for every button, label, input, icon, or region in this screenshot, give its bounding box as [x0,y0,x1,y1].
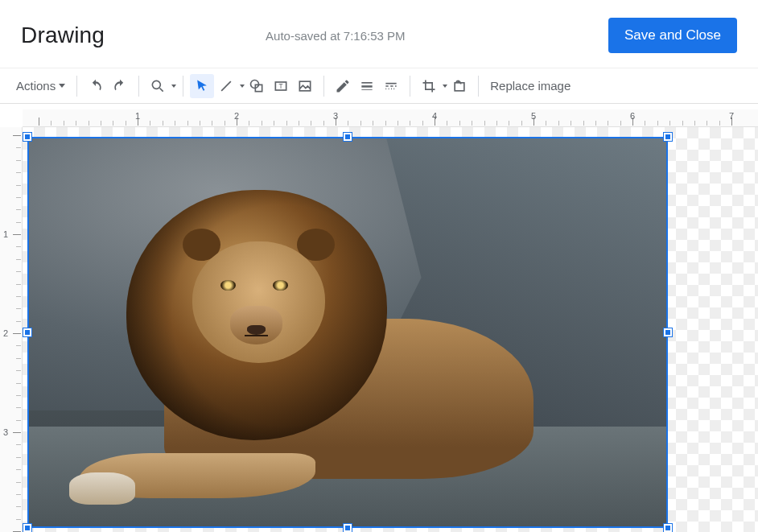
border-weight-button[interactable] [355,74,379,98]
image-icon [297,78,313,94]
line-tool[interactable] [214,74,238,98]
reset-image-button[interactable] [447,74,472,98]
chevron-down-icon[interactable] [171,85,176,88]
svg-text:T: T [279,82,283,90]
ruler-number: 6 [630,111,635,121]
pencil-icon [335,78,351,94]
svg-rect-8 [362,82,373,84]
separator [183,76,183,97]
vertical-ruler[interactable]: 123 [0,127,23,532]
ruler-number: 2 [3,328,8,338]
selected-image[interactable] [27,137,668,528]
undo-icon [88,78,104,94]
cursor-icon [194,78,210,94]
reset-image-icon [451,78,468,94]
zoom-button[interactable] [146,74,170,98]
redo-button[interactable] [108,74,132,98]
shape-tool[interactable] [245,74,269,98]
svg-line-2 [221,81,231,91]
save-and-close-button[interactable]: Save and Close [608,18,737,53]
border-dash-button[interactable] [379,74,403,98]
resize-handle-r[interactable] [664,328,672,336]
line-weight-icon [359,78,375,94]
horizontal-ruler[interactable]: 1234567 [23,109,758,127]
resize-handle-t[interactable] [344,133,352,141]
svg-rect-14 [455,82,464,90]
replace-image-label: Replace image [490,79,571,93]
resize-handle-b[interactable] [344,524,352,532]
resize-handle-tl[interactable] [23,133,31,141]
drawing-canvas[interactable] [23,127,758,532]
redo-icon [112,78,128,94]
actions-menu[interactable]: Actions [11,79,70,93]
separator [323,76,324,97]
line-icon [218,78,234,94]
ruler-number: 1 [135,111,140,121]
resize-handle-br[interactable] [664,524,672,532]
canvas-area: 1234567 123 [0,109,758,532]
svg-rect-9 [362,85,373,88]
svg-line-1 [160,88,163,91]
separator [410,76,410,97]
dialog-header: Drawing Auto-saved at 7:16:53 PM Save an… [0,0,758,68]
resize-handle-tr[interactable] [664,133,672,141]
svg-rect-10 [362,89,373,90]
drawing-toolbar: Actions T [0,68,758,104]
line-dash-icon [383,78,399,94]
resize-handle-bl[interactable] [23,524,31,532]
dialog-title: Drawing [21,23,105,48]
ruler-number: 7 [729,111,734,121]
select-tool[interactable] [190,74,214,98]
ruler-number: 5 [531,111,536,121]
separator [76,76,77,97]
image-content [27,137,668,528]
shape-icon [249,78,265,94]
ruler-number: 1 [3,229,8,239]
svg-rect-7 [300,81,311,91]
border-color-button[interactable] [331,74,355,98]
image-tool[interactable] [293,74,317,98]
crop-icon [421,78,437,94]
separator [478,76,479,97]
textbox-icon: T [273,78,289,94]
undo-button[interactable] [84,74,108,98]
crop-button[interactable] [417,74,441,98]
ruler-number: 4 [432,111,437,121]
ruler-number: 3 [3,427,8,437]
actions-label: Actions [16,79,56,93]
ruler-number: 2 [234,111,239,121]
replace-image-button[interactable]: Replace image [485,79,575,93]
svg-point-0 [153,80,161,89]
zoom-icon [150,78,166,94]
autosave-status: Auto-saved at 7:16:53 PM [266,29,405,43]
resize-handle-l[interactable] [23,328,31,336]
separator [138,76,139,97]
ruler-number: 3 [333,111,338,121]
textbox-tool[interactable]: T [269,74,293,98]
chevron-down-icon [59,84,65,88]
